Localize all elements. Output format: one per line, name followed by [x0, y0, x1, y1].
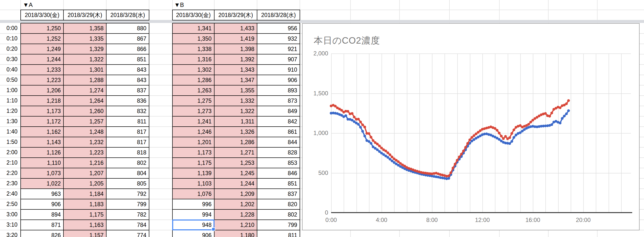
- time-cell[interactable]: 0:40: [0, 64, 20, 75]
- table-cell[interactable]: 817: [106, 126, 149, 137]
- time-cell[interactable]: 2:20: [0, 168, 20, 178]
- table-cell[interactable]: 1,355: [214, 85, 257, 96]
- table-cell[interactable]: 802: [257, 209, 300, 220]
- table-cell[interactable]: 1,163: [63, 219, 106, 230]
- table-cell[interactable]: 866: [106, 44, 149, 55]
- time-cell[interactable]: 1:30: [0, 116, 20, 126]
- table-cell[interactable]: 1,347: [214, 75, 257, 86]
- table-cell[interactable]: 1,338: [172, 44, 214, 55]
- table-cell[interactable]: 804: [106, 168, 149, 179]
- table-cell[interactable]: 811: [106, 116, 149, 127]
- table-cell[interactable]: 871: [20, 219, 64, 230]
- date-header-cell[interactable]: 2018/3/28(水): [257, 10, 300, 21]
- table-cell[interactable]: 1,398: [214, 44, 257, 55]
- table-cell[interactable]: 910: [257, 64, 300, 75]
- date-header-cell[interactable]: 2018/3/28(水): [106, 10, 149, 21]
- time-cell[interactable]: 0:50: [0, 75, 20, 85]
- table-cell[interactable]: 843: [106, 75, 149, 86]
- table-cell[interactable]: 849: [257, 106, 300, 117]
- table-cell[interactable]: 1,209: [214, 188, 257, 199]
- table-cell[interactable]: 846: [257, 168, 300, 179]
- table-cell[interactable]: 1,257: [63, 116, 106, 127]
- table-cell[interactable]: 1,175: [63, 209, 106, 220]
- table-cell[interactable]: 832: [106, 106, 149, 117]
- table-cell[interactable]: 782: [106, 209, 149, 220]
- table-cell[interactable]: 1,332: [214, 95, 257, 106]
- date-header-cell[interactable]: 2018/3/30(金): [172, 10, 214, 21]
- table-cell[interactable]: 828: [257, 147, 300, 158]
- table-cell[interactable]: 867: [106, 33, 149, 44]
- table-cell[interactable]: 1,252: [20, 33, 64, 44]
- table-cell[interactable]: 921: [257, 44, 300, 55]
- table-cell[interactable]: 1,201: [172, 137, 214, 148]
- table-cell[interactable]: 818: [106, 147, 149, 158]
- table-cell[interactable]: 906: [20, 199, 64, 210]
- table-cell[interactable]: 1,184: [63, 188, 106, 199]
- table-cell[interactable]: 1,022: [20, 178, 64, 189]
- table-cell[interactable]: 1,273: [172, 106, 214, 117]
- time-cell[interactable]: 2:30: [0, 178, 20, 188]
- co2-chart[interactable]: 本日のCO2濃度 05001,0001,5002,000 0:004:008:0…: [302, 23, 640, 230]
- table-cell[interactable]: 1,286: [172, 75, 214, 86]
- table-cell[interactable]: 851: [106, 54, 149, 65]
- table-cell[interactable]: 1,249: [20, 44, 64, 55]
- table-cell[interactable]: 842: [257, 116, 300, 127]
- table-cell[interactable]: 1,175: [172, 157, 214, 168]
- table-cell[interactable]: 880: [106, 23, 149, 34]
- table-cell[interactable]: 1,223: [20, 75, 64, 86]
- table-cell[interactable]: 1,245: [214, 168, 257, 179]
- table-cell[interactable]: 1,241: [172, 116, 214, 127]
- table-cell[interactable]: 1,143: [20, 137, 64, 148]
- table-cell[interactable]: 1,228: [214, 209, 257, 220]
- table-cell[interactable]: 1,210: [214, 219, 257, 230]
- table-cell[interactable]: 836: [106, 95, 149, 106]
- table-cell[interactable]: 1,244: [20, 54, 64, 65]
- table-cell[interactable]: 792: [106, 188, 149, 199]
- table-cell[interactable]: 1,172: [20, 116, 64, 127]
- table-cell[interactable]: 907: [257, 54, 300, 65]
- time-cell[interactable]: 2:40: [0, 188, 20, 199]
- table-cell[interactable]: 932: [257, 33, 300, 44]
- table-cell[interactable]: 844: [257, 137, 300, 148]
- table-cell[interactable]: 1,180: [214, 230, 257, 237]
- table-cell[interactable]: 1,275: [172, 95, 214, 106]
- fill-handle[interactable]: [212, 227, 215, 231]
- table-cell[interactable]: 799: [106, 199, 149, 210]
- table-cell[interactable]: 1,250: [20, 23, 64, 34]
- table-cell[interactable]: 1,358: [63, 23, 106, 34]
- table-cell[interactable]: 837: [106, 85, 149, 96]
- table-cell[interactable]: 1,173: [20, 106, 64, 117]
- table-cell[interactable]: 1,311: [214, 116, 257, 127]
- table-cell[interactable]: 1,288: [63, 75, 106, 86]
- table-cell[interactable]: 843: [106, 64, 149, 75]
- table-cell[interactable]: 1,253: [214, 157, 257, 168]
- table-cell[interactable]: 802: [106, 157, 149, 168]
- table-cell[interactable]: 1,341: [172, 23, 214, 34]
- table-cell[interactable]: 906: [172, 230, 214, 237]
- table-cell[interactable]: 1,244: [214, 178, 257, 189]
- time-cell[interactable]: 1:40: [0, 126, 20, 137]
- table-cell[interactable]: 1,216: [63, 157, 106, 168]
- table-cell[interactable]: 1,233: [20, 64, 64, 75]
- table-cell[interactable]: 1,103: [172, 178, 214, 189]
- table-cell[interactable]: 1,218: [20, 95, 64, 106]
- table-cell[interactable]: 1,162: [20, 126, 64, 137]
- table-cell[interactable]: 1,329: [63, 44, 106, 55]
- table-cell[interactable]: 1,326: [214, 126, 257, 137]
- table-cell[interactable]: 1,202: [214, 199, 257, 210]
- date-header-cell[interactable]: 2018/3/29(木): [63, 10, 106, 21]
- table-cell[interactable]: 1,316: [172, 54, 214, 65]
- table-cell[interactable]: 851: [257, 178, 300, 189]
- time-cell[interactable]: 1:50: [0, 137, 20, 147]
- table-cell[interactable]: 784: [106, 219, 149, 230]
- time-cell[interactable]: 0:00: [0, 23, 20, 33]
- table-cell[interactable]: 1,264: [63, 95, 106, 106]
- table-cell[interactable]: 893: [257, 85, 300, 96]
- table-cell[interactable]: 1,343: [214, 64, 257, 75]
- table-cell[interactable]: 1,110: [20, 157, 64, 168]
- time-cell[interactable]: 1:00: [0, 85, 20, 95]
- table-cell[interactable]: 820: [257, 199, 300, 210]
- table-cell[interactable]: 853: [257, 157, 300, 168]
- time-cell[interactable]: 3:10: [0, 219, 20, 230]
- time-cell[interactable]: 2:00: [0, 147, 20, 157]
